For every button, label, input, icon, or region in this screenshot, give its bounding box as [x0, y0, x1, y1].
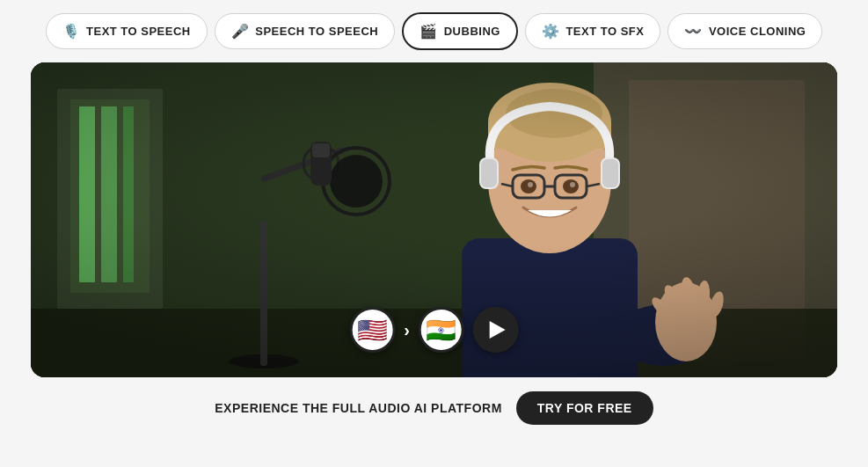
tab-voice-cloning-label: VOICE CLONING — [709, 25, 806, 38]
source-language-button[interactable]: 🇺🇸 — [349, 307, 395, 353]
navigation-bar: 🎙️TEXT TO SPEECH🎤SPEECH TO SPEECH🎬DUBBIN… — [0, 0, 868, 62]
voice-cloning-icon: 〰️ — [684, 23, 703, 40]
svg-point-15 — [330, 155, 383, 208]
speech-to-speech-icon: 🎤 — [231, 23, 250, 40]
svg-point-32 — [528, 182, 533, 187]
tab-text-to-sfx[interactable]: ⚙️TEXT TO SFX — [525, 13, 661, 49]
svg-rect-10 — [260, 221, 267, 366]
text-to-sfx-icon: ⚙️ — [542, 23, 560, 40]
direction-arrow-icon: › — [404, 320, 410, 340]
dubbing-icon: 🎬 — [419, 23, 438, 40]
svg-rect-4 — [101, 106, 117, 282]
play-icon — [489, 321, 505, 339]
bottom-bar: EXPERIENCE THE FULL AUDIO AI PLATFORM TR… — [0, 377, 868, 439]
svg-rect-36 — [481, 159, 497, 187]
svg-rect-5 — [123, 106, 134, 282]
overlay-controls: 🇺🇸 › 🇮🇳 — [349, 307, 519, 353]
try-free-button[interactable]: TRY FOR FREE — [516, 391, 653, 425]
tab-text-to-speech-label: TEXT TO SPEECH — [86, 25, 191, 38]
tab-text-to-sfx-label: TEXT TO SFX — [565, 25, 644, 38]
promo-text: EXPERIENCE THE FULL AUDIO AI PLATFORM — [215, 401, 502, 415]
tab-dubbing-label: DUBBING — [444, 25, 500, 38]
svg-point-33 — [570, 182, 575, 187]
text-to-speech-icon: 🎙️ — [62, 23, 81, 40]
play-button[interactable] — [473, 307, 519, 353]
tab-text-to-speech[interactable]: 🎙️TEXT TO SPEECH — [46, 13, 208, 49]
svg-rect-3 — [79, 106, 95, 282]
target-language-button[interactable]: 🇮🇳 — [419, 307, 464, 353]
source-flag-icon: 🇺🇸 — [357, 316, 388, 345]
svg-rect-37 — [602, 159, 618, 187]
svg-rect-17 — [312, 143, 330, 157]
tab-voice-cloning[interactable]: 〰️VOICE CLONING — [667, 13, 822, 49]
tab-dubbing[interactable]: 🎬DUBBING — [402, 12, 518, 50]
target-flag-icon: 🇮🇳 — [426, 316, 456, 345]
tab-speech-to-speech[interactable]: 🎤SPEECH TO SPEECH — [215, 13, 395, 49]
hero-image-container: 🇺🇸 › 🇮🇳 — [31, 62, 837, 377]
tab-speech-to-speech-label: SPEECH TO SPEECH — [255, 25, 378, 38]
